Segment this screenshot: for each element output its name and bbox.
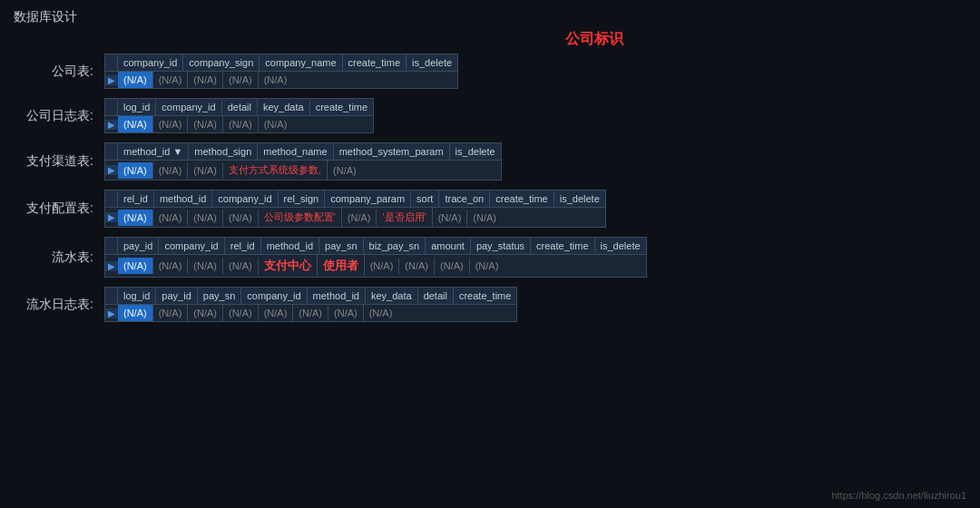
col-header: company_id [241,288,307,304]
row-arrow: ▶ [105,75,118,85]
col-header: method_system_param [334,143,450,160]
col-value: (N/A) [223,116,259,132]
col-value: 支付方式系统级参数, [223,161,328,180]
table-row-container: 公司日志表:log_idcompany_iddetailkey_datacrea… [14,98,966,133]
col-value: (N/A) [153,210,189,226]
col-header: rel_sign [279,190,326,207]
table-label: 公司日志表: [14,108,104,124]
col-value: (N/A) [118,258,153,274]
row-arrow: ▶ [105,165,118,175]
col-header: is_delete [407,54,457,71]
footer-url: https://blog.csdn.net/liuzhirou1 [831,490,966,501]
table-row-container: 公司表:company_idcompany_signcompany_namecr… [14,54,966,89]
table-row-container: 流水日志表:log_idpay_idpay_sncompany_idmethod… [14,287,966,322]
col-value: (N/A) [467,210,502,226]
col-header: create_time [343,54,407,71]
col-value: (N/A) [259,72,293,88]
col-value: (N/A) [118,210,153,226]
col-header: pay_sn [198,288,241,304]
table-label: 公司表: [14,64,104,80]
col-value: (N/A) [153,72,189,88]
col-header: method_id ▼ [118,143,189,160]
col-header: method_sign [189,143,258,160]
col-header: is_delete [595,238,646,254]
db-table: method_id ▼method_signmethod_namemethod_… [104,142,502,181]
col-header: log_id [118,288,156,304]
table-label: 流水表: [14,249,104,266]
col-value: (N/A) [364,305,398,321]
col-value: (N/A) [223,305,259,321]
col-header: method_id [154,190,212,207]
col-value: 使用者 [318,255,365,277]
col-header: company_id [118,54,183,71]
col-header: is_delete [450,143,501,160]
col-value: (N/A) [328,162,362,179]
col-value: (N/A) [399,258,435,274]
col-header: detail [418,288,454,304]
col-value: (N/A) [365,258,400,274]
col-value: (N/A) [118,305,153,321]
col-value: 公司级参数配置' [259,208,342,227]
col-header: is_delete [554,190,605,207]
col-header: company_name [260,54,342,71]
col-header: amount [426,238,471,254]
col-header: method_name [258,143,333,160]
col-header: company_id [212,190,278,207]
col-value: (N/A) [188,258,223,274]
col-value: (N/A) [259,305,294,321]
col-header: method_id [261,238,319,254]
col-value: (N/A) [433,210,468,226]
col-value: (N/A) [153,162,189,179]
row-arrow: ▶ [105,261,118,271]
col-value: (N/A) [118,72,153,88]
table-row-container: 支付配置表:rel_idmethod_idcompany_idrel_signc… [14,190,966,228]
row-arrow: ▶ [105,212,118,222]
col-header: detail [222,99,258,115]
table-label: 流水日志表: [14,297,104,313]
col-header: create_time [490,190,554,207]
col-value: (N/A) [188,162,223,179]
table-row-container: 流水表:pay_idcompany_idrel_idmethod_idpay_s… [14,237,966,278]
col-header: company_id [156,99,221,115]
main-content: 公司表:company_idcompany_signcompany_namecr… [0,54,980,322]
table-label: 支付渠道表: [14,153,104,170]
col-value: (N/A) [293,305,328,321]
col-header: company_id [159,238,224,254]
col-header: rel_id [225,238,261,254]
col-value: '是否启用' [377,208,432,227]
col-header: key_data [366,288,418,304]
col-header: create_time [531,238,594,254]
col-value: 支付中心 [259,255,318,277]
col-value: (N/A) [223,258,259,274]
db-table: log_idpay_idpay_sncompany_idmethod_idkey… [104,287,517,322]
db-table: company_idcompany_signcompany_namecreate… [104,54,458,89]
row-arrow: ▶ [105,308,118,318]
col-value: (N/A) [259,116,293,132]
col-header: pay_status [471,238,531,254]
col-header: method_id [308,288,366,304]
col-header: rel_id [118,190,154,207]
col-header: sort [411,190,439,207]
col-header: trace_on [439,190,490,207]
col-value: (N/A) [188,116,223,132]
col-value: (N/A) [153,116,189,132]
col-header: company_param [325,190,411,207]
table-row-container: 支付渠道表:method_id ▼method_signmethod_namem… [14,142,966,181]
col-value: (N/A) [153,258,189,274]
db-table: rel_idmethod_idcompany_idrel_signcompany… [104,190,606,228]
col-header: pay_id [118,238,159,254]
page-title: 数据库设计 [0,0,980,30]
row-arrow: ▶ [105,120,118,130]
col-value: (N/A) [118,116,153,132]
col-header: company_sign [183,54,260,71]
col-value: (N/A) [328,305,364,321]
col-header: key_data [258,99,310,115]
col-header: create_time [310,99,373,115]
col-value: (N/A) [435,258,470,274]
col-header: pay_sn [319,238,363,254]
table-label: 支付配置表: [14,200,104,217]
db-table: log_idcompany_iddetailkey_datacreate_tim… [104,98,374,133]
col-value: (N/A) [153,305,189,321]
col-header: biz_pay_sn [364,238,426,254]
col-value: (N/A) [342,210,377,226]
